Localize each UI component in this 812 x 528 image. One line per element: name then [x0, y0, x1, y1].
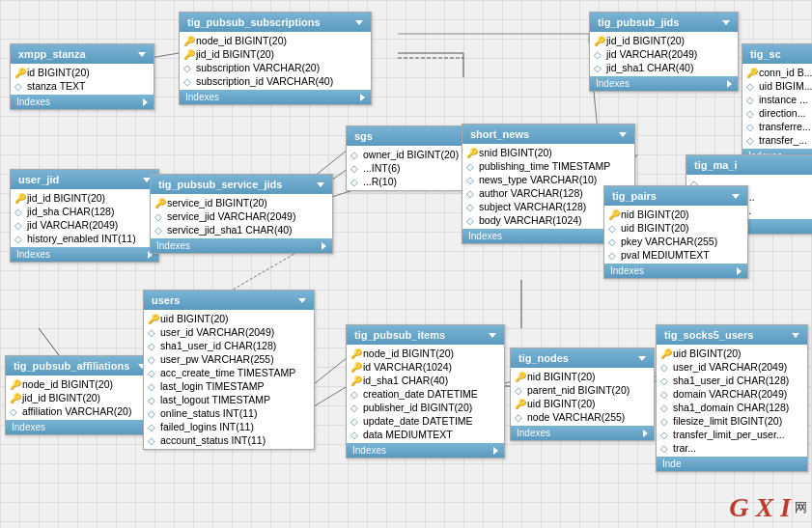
field-row: 🔑 uid BIGINT(20): [511, 397, 654, 410]
collapse-icon[interactable]: [298, 298, 306, 303]
diamond-icon: ◇: [746, 81, 756, 91]
field-name: uid BIGIM...: [759, 80, 812, 92]
table-title: tig_sc: [750, 48, 781, 60]
field-row: ◇ last_login TIMESTAMP: [144, 379, 314, 393]
key-icon: 🔑: [10, 379, 19, 389]
diamond-icon: ◇: [608, 236, 618, 246]
table-xmpp-stanza[interactable]: xmpp_stanza 🔑 id BIGINT(20) ◇ stanza TEX…: [10, 43, 154, 110]
field-name: uid BIGINT(20): [621, 222, 689, 234]
field-name: subject VARCHAR(128): [479, 201, 586, 212]
field-row: 🔑 id_sha1 CHAR(40): [347, 374, 504, 387]
table-footer[interactable]: Indexes: [151, 238, 332, 253]
field-row: ◇ pkey VARCHAR(255): [604, 235, 747, 248]
field-row: ◇ stanza TEXT: [11, 79, 154, 93]
table-footer[interactable]: Indexes: [604, 264, 747, 278]
key-icon: 🔑: [350, 348, 360, 358]
diamond-icon: ◇: [608, 223, 618, 233]
table-footer[interactable]: Indexes: [347, 443, 504, 458]
table-tig-pairs[interactable]: tig_pairs 🔑 nid BIGINT(20) ◇ uid BIGINT(…: [603, 185, 748, 279]
indexes-label: Indexes: [596, 78, 630, 89]
diamond-icon: ◇: [14, 81, 24, 91]
field-name: sha1_user_id CHAR(128): [673, 375, 789, 386]
table-header: tig_pubsub_affiliations: [6, 356, 154, 375]
diamond-icon: ◇: [183, 63, 193, 72]
expand-icon: [143, 98, 148, 106]
field-row: ◇ update_date DATETIME: [347, 414, 504, 428]
diamond-icon: ◇: [466, 161, 476, 171]
table-footer[interactable]: Indexes: [180, 90, 371, 104]
table-header: user_jid: [11, 170, 158, 189]
field-name: id VARCHAR(1024): [363, 361, 452, 373]
field-name: jid_id BIGINT(20): [22, 392, 100, 403]
table-footer[interactable]: Indexes: [11, 247, 158, 262]
field-row: ◇ jid_sha CHAR(128): [11, 205, 158, 218]
key-icon: 🔑: [746, 68, 756, 77]
field-name: jid VARCHAR(2049): [27, 219, 118, 231]
collapse-icon[interactable]: [638, 356, 646, 361]
field-row: ◇ publisher_id BIGINT(20): [347, 401, 504, 414]
diamond-icon: ◇: [148, 381, 157, 391]
field-name: nid BIGINT(20): [621, 208, 689, 220]
field-row: ◇ jid VARCHAR(2049): [11, 218, 158, 232]
field-row: 🔑 uid BIGINT(20): [657, 347, 807, 360]
diamond-icon: ◇: [594, 49, 603, 59]
collapse-icon[interactable]: [732, 194, 740, 199]
database-diagram: xmpp_stanza 🔑 id BIGINT(20) ◇ stanza TEX…: [0, 0, 812, 528]
field-row: ◇ service_jid_sha1 CHAR(40): [151, 223, 332, 236]
table-header: tig_sc: [742, 44, 812, 64]
field-name: body VARCHAR(1024): [479, 214, 582, 226]
field-name: uid BIGINT(20): [160, 313, 229, 324]
table-header: tig_ma_i: [686, 155, 812, 175]
expand-icon: [360, 94, 365, 101]
diamond-icon: ◇: [148, 354, 157, 364]
field-name: filesize_limit BIGINT(20): [673, 415, 782, 427]
table-footer[interactable]: Indexes: [6, 420, 154, 434]
key-icon: 🔑: [594, 36, 603, 45]
field-row: ◇ user_id VARCHAR(2049): [657, 360, 807, 374]
collapse-icon[interactable]: [792, 333, 799, 338]
collapse-icon[interactable]: [722, 20, 730, 25]
field-row: ◇ sha1_user_id CHAR(128): [657, 374, 807, 387]
table-title: tig_nodes: [518, 352, 569, 364]
table-user-jid[interactable]: user_jid 🔑 jid_id BIGINT(20) ◇ jid_sha C…: [10, 169, 159, 263]
field-name: user_id VARCHAR(2049): [160, 326, 274, 338]
key-icon: 🔑: [515, 372, 524, 381]
diamond-icon: ◇: [14, 207, 24, 216]
table-tig-nodes[interactable]: tig_nodes 🔑 nid BIGINT(20) ◇ parent_nid …: [510, 347, 655, 441]
table-header: tig_socks5_users: [657, 325, 807, 345]
collapse-icon[interactable]: [489, 333, 496, 338]
collapse-icon[interactable]: [619, 132, 627, 137]
collapse-icon[interactable]: [317, 182, 324, 187]
field-row: ◇ affiliation VARCHAR(20): [6, 404, 154, 418]
table-tig-socks5-users[interactable]: tig_socks5_users 🔑 uid BIGINT(20) ◇ user…: [656, 324, 808, 472]
table-tig-pubsub-service-jids[interactable]: tig_pubsub_service_jids 🔑 service_id BIG…: [150, 174, 333, 254]
table-tig-pubsub-affiliations[interactable]: tig_pubsub_affiliations 🔑 node_id BIGINT…: [5, 355, 154, 435]
table-footer[interactable]: Indexes: [590, 76, 738, 91]
field-row: ◇ uid BIGIM...: [742, 79, 812, 93]
field-row: ◇ subscription_id VARCHAR(40): [180, 74, 371, 88]
table-title: short_news: [470, 128, 529, 140]
field-row: ◇ uid BIGINT(20): [604, 221, 747, 235]
field-name: history_enabled INT(11): [27, 233, 136, 244]
table-tig-pubsub-jids[interactable]: tig_pubsub_jids 🔑 jid_id BIGINT(20) ◇ ji…: [589, 12, 739, 92]
table-footer[interactable]: Inde: [657, 457, 807, 471]
table-users[interactable]: users 🔑 uid BIGINT(20) ◇ user_id VARCHAR…: [143, 290, 315, 450]
table-tig-sc-partial[interactable]: tig_sc 🔑 conn_id B... ◇ uid BIGIM... ◇ i…: [742, 43, 812, 164]
indexes-label: Indexes: [468, 231, 502, 241]
table-title: tig_pubsub_items: [354, 329, 445, 341]
field-row: 🔑 jid_id BIGINT(20): [11, 191, 158, 205]
field-name: node VARCHAR(255): [527, 411, 625, 423]
diamond-icon: ◇: [350, 163, 360, 173]
field-row: 🔑 id VARCHAR(1024): [347, 360, 504, 374]
field-row: 🔑 id BIGINT(20): [11, 66, 154, 79]
field-name: id BIGINT(20): [27, 67, 90, 78]
collapse-icon[interactable]: [355, 20, 363, 25]
table-title: tig_socks5_users: [664, 329, 753, 341]
table-footer[interactable]: Indexes: [511, 426, 654, 440]
table-tig-pubsub-subscriptions[interactable]: tig_pubsub_subscriptions 🔑 node_id BIGIN…: [179, 12, 372, 105]
table-tig-pubsub-items[interactable]: tig_pubsub_items 🔑 node_id BIGINT(20) 🔑 …: [346, 324, 505, 459]
table-title: tig_pubsub_service_jids: [158, 179, 282, 190]
field-row: ◇ service_jid VARCHAR(2049): [151, 209, 332, 223]
collapse-icon[interactable]: [138, 52, 146, 57]
table-footer-xmpp-stanza[interactable]: Indexes: [11, 95, 154, 109]
